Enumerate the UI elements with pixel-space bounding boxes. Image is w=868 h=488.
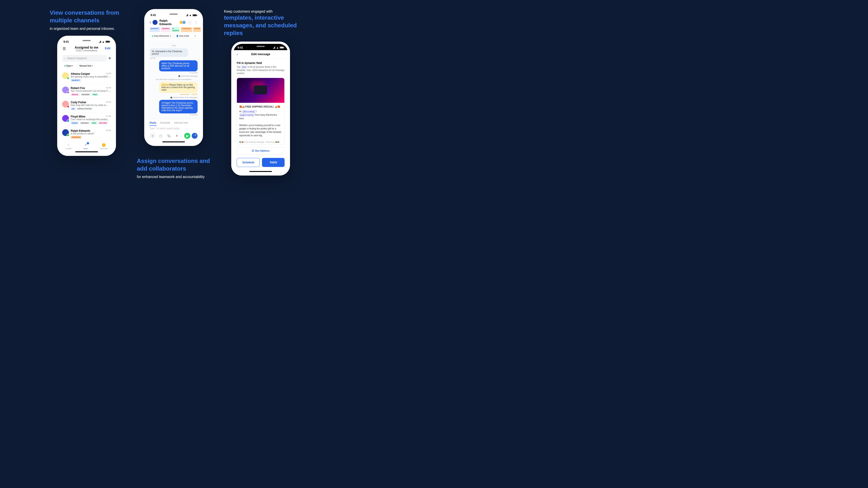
system-message: You have been assigned to this conversat…: [150, 78, 197, 80]
voice-icon[interactable]: 🎤: [192, 133, 197, 139]
template-title: 🎁🚚 FREE SHIPPING SPECIAL! 🚚🎁: [239, 105, 282, 108]
conversation-item[interactable]: Floyd Miles Can I return or exchange thi…: [62, 113, 111, 127]
conversation-item[interactable]: Cody Fisher How long will it take for my…: [62, 98, 111, 113]
conversation-item[interactable]: Ralph Edwards Is this product in stock? …: [62, 127, 111, 141]
filter-sort[interactable]: Newest first ▾: [77, 64, 95, 68]
input-tabs: Reply Schedule Internal note: [147, 119, 201, 126]
message-input[interactable]: Type '/' to select saved replies: [147, 126, 201, 131]
status-time: 9:41: [238, 46, 243, 49]
dynamic-field[interactable]: {{agent name}}: [239, 113, 254, 116]
phone-notch: [73, 38, 100, 43]
template-body: Whether you're treating yourself to a ne…: [239, 124, 282, 137]
dynamic-field[interactable]: {{first name}}: [242, 110, 256, 113]
add-icon[interactable]: +: [150, 133, 156, 139]
phone-notch: [160, 11, 187, 17]
edit-button[interactable]: Edit: [105, 46, 111, 50]
list-icon: ☰: [252, 149, 254, 152]
bookmark-icon[interactable]: ▢: [158, 133, 164, 139]
attachment-icon[interactable]: 📎: [166, 133, 172, 139]
status-time: 9:41: [151, 13, 156, 17]
home-indicator: [75, 151, 98, 152]
conversation-item[interactable]: Athena Cooper Are gaming chairs easy to …: [62, 70, 111, 84]
back-icon[interactable]: ‹: [150, 20, 151, 24]
sender-label: Athena (Sales Team Manager): [173, 96, 197, 98]
col3-heading: templates, interactive messages, and sch…: [224, 14, 298, 37]
automated-label: Automated Message: [181, 75, 197, 77]
home-indicator: [249, 171, 272, 172]
see-options-button[interactable]: ☰See Options: [237, 147, 285, 155]
chat-area: Today Hi, interested in the Christmas pr…: [147, 40, 201, 119]
tab-reply[interactable]: Reply: [150, 121, 156, 126]
status-time: 9:41: [64, 40, 69, 43]
col2-subheading: for enhanced teamwork and accountability: [137, 174, 210, 180]
phone-chat: 9:41 ▲ ‹ Ralph Edwards + ⋮ SHOPIFY GAMIN…: [144, 9, 203, 146]
section-description: Tap field to fill all dynamic fields in …: [237, 66, 285, 75]
home-indicator: [162, 141, 185, 142]
conversation-list: Athena Cooper Are gaming chairs easy to …: [59, 70, 114, 141]
message-outgoing: Hi Ralph! The Christmas promo period is …: [150, 100, 197, 116]
template-image: [237, 78, 284, 103]
avatar: [102, 143, 106, 147]
nav-contact[interactable]: ▢ Contact: [65, 143, 72, 150]
bot-icon: ⚙: [190, 114, 191, 116]
phone-notch: [247, 44, 274, 49]
bottom-nav: ▢ Contact ✉1 Inbox My profile: [59, 141, 114, 151]
tab-note[interactable]: Internal note: [174, 121, 188, 126]
bot-icon: ⚙: [190, 72, 191, 74]
date-pill: Today: [168, 44, 178, 47]
message-incoming: Hi, interested in the Christmas promo! 4…: [150, 48, 197, 59]
company-selector[interactable]: ◉Eazy Electronics▾: [150, 33, 173, 38]
template-card: 🎁🚚 FREE SHIPPING SPECIAL! 🚚🎁 Hi {{first …: [237, 78, 285, 144]
back-icon[interactable]: ‹: [237, 53, 238, 56]
filter-icon[interactable]: ⚙: [108, 57, 111, 60]
whatsapp-send-icon[interactable]: ◉ ▾: [184, 133, 190, 139]
status-icons: ▲: [273, 46, 284, 49]
col1-subheading: in organized team and personal inboxes.: [50, 26, 123, 31]
contact-name: Ralph Edwards: [159, 19, 179, 26]
section-title: Fill in dynamic field: [237, 61, 285, 65]
internal-note: @Eina Please follow up on this lead as i…: [150, 82, 197, 95]
col1-heading: View conversations from multiple channel…: [50, 9, 123, 24]
nav-profile[interactable]: My profile: [100, 143, 108, 150]
contact-icon: ▢: [66, 143, 70, 147]
tab-schedule[interactable]: Schedule: [160, 121, 170, 126]
conversation-item[interactable]: Robert Fox You: You're welcome! Let me k…: [62, 84, 111, 98]
schedule-button[interactable]: Schedule: [237, 158, 260, 167]
menu-icon[interactable]: ☰: [63, 46, 66, 51]
message-outgoing: Hello! Our Christmas promo offers a 25% …: [150, 60, 197, 74]
apply-button[interactable]: Apply: [262, 158, 285, 167]
check-icon: ✓: [109, 76, 111, 78]
check-icon: ✓: [109, 90, 111, 93]
add-collaborator-icon[interactable]: +: [188, 21, 192, 24]
template-footer: 🛍️📦 Free Shipping Campaign - Shop Now! 📦…: [237, 139, 284, 144]
inbox-icon: ✉1: [84, 143, 88, 147]
assignee-selector[interactable]: 👤Eina Grant▾: [174, 33, 197, 38]
avatar: [153, 20, 158, 25]
template-line: Hi {{first name}} !: [239, 110, 282, 113]
phone-template: 9:41 ▲ ‹ Edit message Fill in dynamic fi…: [231, 41, 290, 175]
filter-status[interactable]: Open ▾: [62, 64, 75, 68]
nav-inbox[interactable]: ✉1 Inbox: [84, 143, 88, 150]
col2-heading: Assign conversations and add collaborato…: [137, 157, 210, 173]
collaborators[interactable]: [180, 21, 186, 24]
search-icon: ⌕: [64, 57, 66, 60]
more-icon[interactable]: ⋮: [194, 21, 197, 24]
status-icons: ▲: [98, 40, 110, 43]
col3-pre-heading: Keep customers engaged with: [224, 9, 298, 14]
search-input[interactable]: ⌕ Search keyword: [62, 55, 107, 62]
page-title: Edit message: [251, 53, 270, 56]
magic-icon[interactable]: ✦: [174, 133, 180, 139]
phone-inbox: 9:41 ▲ ☰ Assigned to me 23,617 conversat…: [57, 36, 116, 156]
template-line: {{agent name}} from Eazy Electronics her…: [239, 113, 282, 120]
status-icons: ▲: [186, 13, 197, 17]
